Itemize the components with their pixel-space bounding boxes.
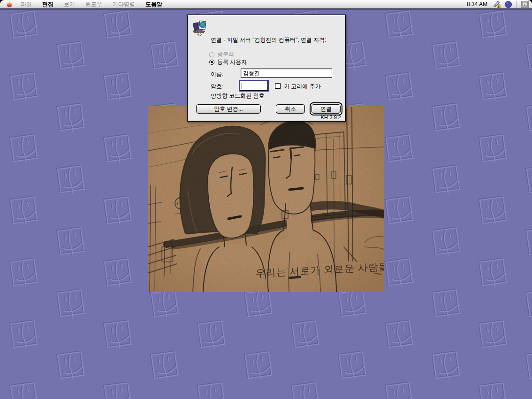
- name-input[interactable]: [241, 69, 332, 78]
- change-password-button[interactable]: 암호 변경...: [196, 104, 261, 114]
- menu-help[interactable]: 도움말: [140, 0, 167, 9]
- encryption-note: 양방향 코드화된 암호: [211, 92, 265, 100]
- menubar-separator: [516, 1, 517, 8]
- guest-radio: [209, 52, 214, 57]
- dialog-header-text: 연결 - 파일 서버 "김형진의 컴퓨터", 연결 자격:: [211, 37, 343, 43]
- password-input[interactable]: [240, 81, 268, 91]
- text-caret: [242, 83, 242, 89]
- default-button-ring: 연결: [310, 102, 342, 115]
- file-server-icon: [191, 19, 209, 37]
- menu-edit[interactable]: 편집: [37, 0, 59, 9]
- menu-view[interactable]: 보기: [59, 0, 80, 9]
- current-app-icon[interactable]: [521, 1, 529, 8]
- input-method-pencil-icon[interactable]: [493, 1, 501, 8]
- guest-radio-label: 방문객: [217, 51, 234, 59]
- menu-clock[interactable]: 8:34 AM: [467, 1, 488, 8]
- keychain-checkbox-label: 키 고리에 추가: [284, 83, 321, 91]
- application-menu-icon[interactable]: [505, 1, 512, 8]
- name-label: 이름:: [211, 70, 223, 78]
- radio-row-guest: 방문객: [209, 51, 234, 59]
- connect-dialog: 연결 - 파일 서버 "김형진의 컴퓨터", 연결 자격: 방문객 등록 사용자…: [187, 15, 346, 122]
- menu-bar: 파일 편집 보기 윈도우 기타명령 도움말 8:34 AM: [0, 0, 532, 9]
- artwork-image: Lon: [148, 106, 384, 292]
- menu-file[interactable]: 파일: [15, 0, 37, 9]
- menu-special[interactable]: 기타명령: [107, 0, 140, 9]
- version-label: KH-3.9.2: [321, 115, 341, 120]
- apple-menu[interactable]: [6, 1, 13, 8]
- password-field-focus-ring: [239, 80, 269, 92]
- connect-button[interactable]: 연결: [312, 104, 341, 114]
- menu-window[interactable]: 윈도우: [80, 0, 107, 9]
- cancel-button[interactable]: 취소: [276, 104, 305, 114]
- registered-user-radio[interactable]: [209, 60, 214, 65]
- keychain-checkbox[interactable]: [275, 83, 281, 89]
- radio-row-registered: 등록 사용자: [209, 58, 247, 66]
- password-label: 암호:: [211, 83, 223, 91]
- screen: Lon: [0, 0, 532, 399]
- registered-user-radio-label: 등록 사용자: [217, 58, 247, 66]
- apple-logo-icon: [6, 1, 13, 8]
